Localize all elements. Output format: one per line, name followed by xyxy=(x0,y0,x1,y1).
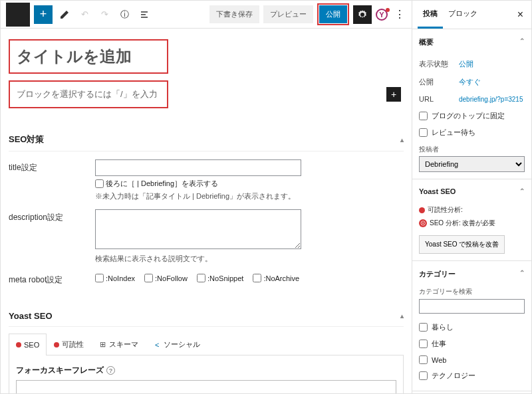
url-value[interactable]: debriefing.jp/?p=3215 xyxy=(459,95,523,104)
edit-icon[interactable] xyxy=(57,7,72,23)
category-checkbox[interactable] xyxy=(419,371,428,380)
save-draft-button[interactable]: 下書き保存 xyxy=(209,5,259,23)
yoast-tab-readability[interactable]: 可読性 xyxy=(47,334,91,355)
help-icon[interactable]: ? xyxy=(106,366,115,375)
info-icon[interactable]: ⓘ xyxy=(116,7,132,23)
publish-label: 公開 xyxy=(419,77,459,87)
sticky-checkbox[interactable] xyxy=(419,112,428,120)
yoast-panel-header[interactable]: Yoast SEO⌃ xyxy=(412,179,531,203)
category-item: 暮らし xyxy=(432,322,454,332)
yoast-tab-schema[interactable]: ⊞スキーマ xyxy=(91,334,146,355)
yoast-metabox: Yoast SEO▴ SEO 可読性 ⊞スキーマ <ソーシャル フォーカスキーフ… xyxy=(9,306,404,393)
category-item: テクノロジー xyxy=(432,371,475,381)
title-highlight: タイトルを追加 xyxy=(9,39,168,74)
category-item: 仕事 xyxy=(432,339,446,349)
seo-metabox-title[interactable]: SEO対策▴ xyxy=(9,128,404,151)
title-help-text: ※未入力時は「記事タイトル | Debriefing」が表示されます。 xyxy=(95,191,404,201)
chevron-up-icon: ▴ xyxy=(400,312,404,320)
close-icon[interactable]: × xyxy=(515,6,526,23)
preview-button[interactable]: プレビュー xyxy=(263,5,313,23)
undo-icon[interactable]: ↶ xyxy=(76,7,92,23)
yoast-tab-seo[interactable]: SEO xyxy=(9,334,47,355)
settings-button[interactable] xyxy=(353,5,372,24)
nosnippet-checkbox[interactable] xyxy=(197,274,205,282)
share-icon: < xyxy=(153,341,161,349)
title-setting-input[interactable] xyxy=(95,159,301,176)
sidebar-tab-post[interactable]: 投稿 xyxy=(418,1,443,29)
visibility-value[interactable]: 公開 xyxy=(459,59,473,69)
yoast-metabox-title[interactable]: Yoast SEO▴ xyxy=(9,306,404,327)
readability-status[interactable]: 可読性分析: xyxy=(428,205,463,215)
block-prompt[interactable]: ブロックを選択するには「/」を入力 xyxy=(17,88,158,100)
yoast-icon[interactable]: Y xyxy=(376,9,388,21)
seo-status[interactable]: SEO 分析: 改善が必要 xyxy=(430,219,495,228)
author-select[interactable]: Debriefing xyxy=(419,156,525,172)
category-item: Web xyxy=(432,356,446,364)
desc-setting-textarea[interactable] xyxy=(95,209,301,249)
more-menu-icon[interactable]: ⋮ xyxy=(392,8,406,21)
title-setting-label: title設定 xyxy=(9,159,95,173)
noarchive-checkbox[interactable] xyxy=(253,274,261,282)
pending-checkbox[interactable] xyxy=(419,128,428,137)
redo-icon[interactable]: ↷ xyxy=(96,7,112,23)
title-suffix-label: 後ろに［ | Debriefing］を表示する xyxy=(106,179,218,189)
visibility-label: 表示状態 xyxy=(419,59,459,69)
outline-icon[interactable] xyxy=(136,7,152,23)
top-toolbar: + ↶ ↷ ⓘ 下書き保存 プレビュー 公開 Y ⋮ xyxy=(1,1,412,29)
focus-keyphrase-label: フォーカスキーフレーズ? xyxy=(16,365,396,376)
add-block-button[interactable]: + xyxy=(34,5,53,24)
title-input[interactable]: タイトルを追加 xyxy=(17,46,160,67)
url-label: URL xyxy=(419,95,459,104)
categories-panel-header[interactable]: カテゴリー⌃ xyxy=(412,261,531,287)
nofollow-checkbox[interactable] xyxy=(144,274,153,282)
schema-icon: ⊞ xyxy=(98,341,106,349)
desc-help-text: 検索結果に表示される説明文です。 xyxy=(95,254,404,264)
category-checkbox[interactable] xyxy=(419,355,428,364)
noindex-checkbox[interactable] xyxy=(95,274,104,282)
category-search-input[interactable] xyxy=(419,299,525,314)
title-suffix-checkbox[interactable] xyxy=(95,179,104,188)
chevron-up-icon: ▴ xyxy=(400,136,404,144)
sad-face-icon: ☹ xyxy=(419,219,427,227)
yoast-tabs: SEO 可読性 ⊞スキーマ <ソーシャル xyxy=(9,334,404,355)
chevron-up-icon: ⌃ xyxy=(519,269,525,279)
desc-setting-label: description設定 xyxy=(9,209,95,223)
sticky-label: ブログのトップに固定 xyxy=(432,111,505,121)
improve-seo-button[interactable]: Yoast SEO で投稿を改善 xyxy=(419,235,505,254)
sidebar-tab-block[interactable]: ブロック xyxy=(443,1,483,29)
block-highlight: ブロックを選択するには「/」を入力 xyxy=(9,80,168,108)
meta-robot-label: meta robot設定 xyxy=(9,272,95,286)
settings-sidebar: 投稿 ブロック × 概要⌃ 表示状態公開 公開今すぐ URLdebriefing… xyxy=(412,0,532,394)
category-checkbox[interactable] xyxy=(419,323,428,332)
add-block-inline[interactable]: + xyxy=(386,87,401,102)
chevron-up-icon: ⌃ xyxy=(519,187,525,195)
editor-canvas: タイトルを追加 ブロックを選択するには「/」を入力 + SEO対策▴ title… xyxy=(1,29,412,393)
category-search-label: カテゴリーを検索 xyxy=(419,287,525,296)
category-checkbox[interactable] xyxy=(419,340,428,348)
pending-label: レビュー待ち xyxy=(432,128,475,138)
chevron-up-icon: ⌃ xyxy=(519,37,525,47)
summary-panel-header[interactable]: 概要⌃ xyxy=(412,29,531,55)
site-logo[interactable] xyxy=(6,3,30,27)
yoast-tab-social[interactable]: <ソーシャル xyxy=(146,334,207,355)
publish-button[interactable]: 公開 xyxy=(319,5,347,23)
publish-value[interactable]: 今すぐ xyxy=(459,77,481,87)
seo-metabox: SEO対策▴ title設定 後ろに［ | Debriefing］を表示する ※… xyxy=(9,128,404,286)
author-label: 投稿者 xyxy=(419,145,525,154)
publish-highlight: 公開 xyxy=(317,3,349,25)
focus-keyphrase-input[interactable] xyxy=(16,380,396,393)
